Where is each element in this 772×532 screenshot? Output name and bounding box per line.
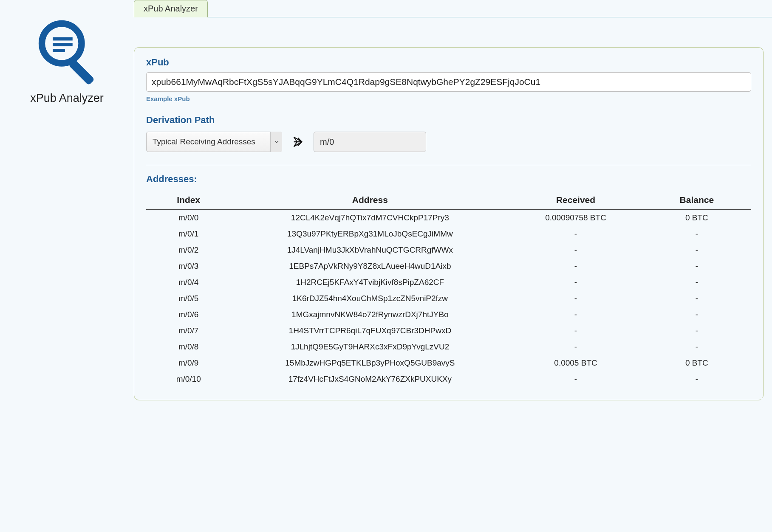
- cell-index: m/0/10: [146, 371, 231, 387]
- cell-address: 1J4LVanjHMu3JkXbVrahNuQCTGCRRgfWWx: [231, 242, 509, 258]
- cell-balance: -: [642, 339, 751, 355]
- cell-balance: 0 BTC: [642, 210, 751, 226]
- svg-rect-4: [53, 49, 65, 52]
- table-row: m/0/113Q3u97PKtyERBpXg31MLoJbQsECgJiMMw-…: [146, 226, 751, 242]
- cell-received: -: [509, 226, 642, 242]
- cell-balance: -: [642, 307, 751, 323]
- tab-bar: xPub Analyzer: [134, 0, 772, 17]
- table-row: m/0/81JLhjtQ9E5GyT9HARXc3xFxD9pYvgLzVU2-…: [146, 339, 751, 355]
- cell-address: 17fz4VHcFtJxS4GNoM2AkY76ZXkPUXUKXy: [231, 371, 509, 387]
- cell-index: m/0/6: [146, 307, 231, 323]
- cell-index: m/0/8: [146, 339, 231, 355]
- example-xpub-link[interactable]: Example xPub: [146, 95, 190, 102]
- cell-received: 0.00090758 BTC: [509, 210, 642, 226]
- sidebar: xPub Analyzer: [0, 0, 134, 532]
- table-row: m/0/41H2RCEj5KFAxY4TvibjKivf8sPipZA62CF-…: [146, 274, 751, 290]
- cell-received: -: [509, 274, 642, 290]
- svg-rect-1: [68, 59, 95, 85]
- cell-received: 0.0005 BTC: [509, 355, 642, 371]
- cell-index: m/0/1: [146, 226, 231, 242]
- cell-received: -: [509, 307, 642, 323]
- cell-address: 1EBPs7ApVkRNy9Y8Z8xLAueeH4wuD1Aixb: [231, 258, 509, 274]
- cell-address: 13Q3u97PKtyERBpXg31MLoJbQsECgJiMMw: [231, 226, 509, 242]
- table-row: m/0/915MbJzwHGPq5ETKLBp3yPHoxQ5GUB9avyS0…: [146, 355, 751, 371]
- cell-index: m/0/2: [146, 242, 231, 258]
- cell-address: 1K6rDJZ54hn4XouChMSp1zcZN5vniP2fzw: [231, 290, 509, 307]
- app-title: xPub Analyzer: [4, 92, 130, 105]
- cell-index: m/0/9: [146, 355, 231, 371]
- tab-underline: [134, 17, 772, 17]
- table-row: m/0/1017fz4VHcFtJxS4GNoM2AkY76ZXkPUXUKXy…: [146, 371, 751, 387]
- col-index: Index: [146, 192, 231, 210]
- table-row: m/0/71H4STVrrTCPR6qiL7qFUXq97CBr3DHPwxD-…: [146, 323, 751, 339]
- magnifier-icon: [31, 13, 103, 85]
- cell-index: m/0/0: [146, 210, 231, 226]
- derivation-path-output: m/0: [314, 132, 426, 152]
- cell-address: 1H4STVrrTCPR6qiL7qFUXq97CBr3DHPwxD: [231, 323, 509, 339]
- svg-rect-3: [53, 43, 73, 46]
- derivation-path-label: Derivation Path: [146, 115, 751, 126]
- cell-index: m/0/5: [146, 290, 231, 307]
- cell-balance: -: [642, 371, 751, 387]
- table-row: m/0/31EBPs7ApVkRNy9Y8Z8xLAueeH4wuD1Aixb-…: [146, 258, 751, 274]
- cell-address: 15MbJzwHGPq5ETKLBp3yPHoxQ5GUB9avyS: [231, 355, 509, 371]
- arrow-right-icon: [291, 135, 304, 148]
- addresses-table: Index Address Received Balance m/0/012CL…: [146, 192, 751, 387]
- cell-balance: -: [642, 226, 751, 242]
- table-row: m/0/61MGxajmnvNKW84o72fRynwzrDXj7htJYBo-…: [146, 307, 751, 323]
- cell-balance: -: [642, 242, 751, 258]
- cell-received: -: [509, 242, 642, 258]
- col-received: Received: [509, 192, 642, 210]
- derivation-select-value: Typical Receiving Addresses: [146, 132, 282, 152]
- tab-xpub-analyzer[interactable]: xPub Analyzer: [134, 0, 208, 17]
- table-row: m/0/21J4LVanjHMu3JkXbVrahNuQCTGCRRgfWWx-…: [146, 242, 751, 258]
- cell-balance: -: [642, 323, 751, 339]
- cell-index: m/0/3: [146, 258, 231, 274]
- cell-index: m/0/4: [146, 274, 231, 290]
- cell-index: m/0/7: [146, 323, 231, 339]
- cell-received: -: [509, 323, 642, 339]
- table-row: m/0/51K6rDJZ54hn4XouChMSp1zcZN5vniP2fzw-…: [146, 290, 751, 307]
- table-row: m/0/012CL4K2eVqj7hQTix7dM7CVHCkpP17Pry30…: [146, 210, 751, 226]
- derivation-select[interactable]: Typical Receiving Addresses: [146, 132, 282, 152]
- cell-address: 1JLhjtQ9E5GyT9HARXc3xFxD9pYvgLzVU2: [231, 339, 509, 355]
- xpub-label: xPub: [146, 57, 751, 68]
- col-address: Address: [231, 192, 509, 210]
- cell-address: 12CL4K2eVqj7hQTix7dM7CVHCkpP17Pry3: [231, 210, 509, 226]
- cell-balance: -: [642, 274, 751, 290]
- svg-rect-2: [53, 37, 73, 41]
- cell-address: 1H2RCEj5KFAxY4TvibjKivf8sPipZA62CF: [231, 274, 509, 290]
- addresses-label: Addresses:: [146, 174, 751, 185]
- main-content: xPub Analyzer xPub Example xPub Derivati…: [134, 0, 772, 532]
- cell-balance: -: [642, 258, 751, 274]
- cell-balance: 0 BTC: [642, 355, 751, 371]
- divider: [146, 165, 751, 165]
- xpub-input[interactable]: [146, 72, 751, 92]
- cell-received: -: [509, 371, 642, 387]
- panel: xPub Example xPub Derivation Path Typica…: [134, 47, 764, 400]
- cell-received: -: [509, 258, 642, 274]
- cell-received: -: [509, 290, 642, 307]
- cell-received: -: [509, 339, 642, 355]
- cell-address: 1MGxajmnvNKW84o72fRynwzrDXj7htJYBo: [231, 307, 509, 323]
- cell-balance: -: [642, 290, 751, 307]
- col-balance: Balance: [642, 192, 751, 210]
- logo: [4, 13, 130, 87]
